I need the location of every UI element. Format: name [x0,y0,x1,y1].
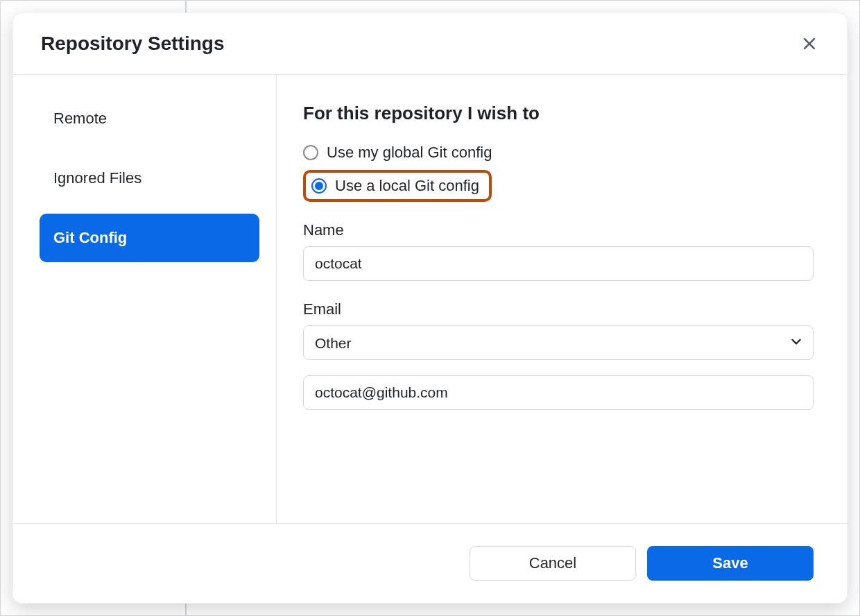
radio-use-local-config[interactable]: Use a local Git config [309,177,482,195]
section-heading: For this repository I wish to [303,103,814,124]
modal-header: Repository Settings [13,13,847,75]
close-icon [802,36,817,51]
email-input[interactable] [303,375,814,410]
settings-content: For this repository I wish to Use my glo… [277,75,847,523]
sidebar-item-ignored-files[interactable]: Ignored Files [40,154,259,203]
button-label: Cancel [529,554,576,572]
email-label: Email [303,300,814,318]
sidebar-item-label: Git Config [53,229,127,246]
sidebar-item-remote[interactable]: Remote [40,94,259,143]
radio-use-global-config[interactable]: Use my global Git config [303,139,814,166]
modal-title: Repository Settings [41,33,224,55]
name-input[interactable] [303,246,814,281]
radio-icon [303,145,318,160]
settings-sidebar: Remote Ignored Files Git Config [13,75,277,523]
repository-settings-modal: Repository Settings Remote Ignored Files… [12,12,848,604]
save-button[interactable]: Save [647,546,814,581]
close-button[interactable] [800,34,819,53]
button-label: Save [712,554,748,572]
radio-label: Use my global Git config [327,144,492,162]
sidebar-item-git-config[interactable]: Git Config [40,214,259,262]
sidebar-item-label: Ignored Files [53,169,141,187]
modal-body: Remote Ignored Files Git Config For this… [13,75,847,523]
name-label: Name [303,221,814,239]
modal-footer: Cancel Save [13,523,847,603]
radio-icon [311,178,327,194]
sidebar-item-label: Remote [53,110,107,127]
highlight-outline: Use a local Git config [303,170,492,202]
radio-dot-icon [315,182,323,190]
radio-label: Use a local Git config [335,177,479,195]
email-select-wrapper: Other [303,325,814,360]
email-select[interactable]: Other [303,325,814,360]
cancel-button[interactable]: Cancel [470,546,636,581]
